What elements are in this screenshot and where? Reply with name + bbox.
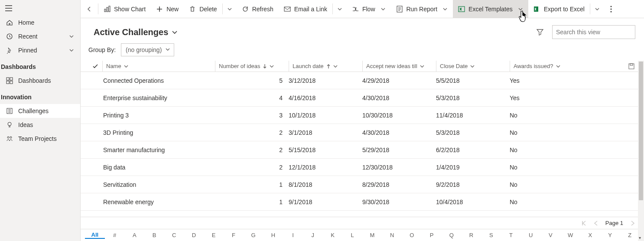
table-row[interactable]: Smarter manufacturing25/15/20185/29/2018…	[81, 141, 644, 159]
pager-prev[interactable]	[593, 221, 598, 226]
svg-point-17	[610, 8, 611, 10]
alpha-filter-r[interactable]: R	[462, 232, 481, 238]
table-row[interactable]: Enterprise sustainability44/16/20184/30/…	[81, 89, 644, 107]
show-chart-button[interactable]: Show Chart	[98, 0, 151, 18]
alpha-filter-f[interactable]: F	[224, 232, 244, 238]
back-button[interactable]	[81, 0, 98, 18]
column-header-accept[interactable]: Accept new ideas till	[362, 61, 436, 72]
export-dropdown[interactable]	[590, 0, 604, 18]
sidebar-item-label: Recent	[18, 33, 37, 40]
cell-num-ideas: 2	[215, 164, 289, 171]
alpha-filter-j[interactable]: J	[303, 232, 323, 238]
alpha-filter-x[interactable]: X	[580, 232, 600, 238]
sidebar-item-challenges[interactable]: Challenges	[0, 104, 80, 118]
table-row[interactable]: 3D Printing23/1/20184/30/20185/3/2018No	[81, 124, 644, 141]
filter-button[interactable]	[532, 26, 548, 38]
alpha-filter-v[interactable]: V	[541, 232, 561, 238]
svg-point-16	[610, 6, 611, 7]
alpha-filter-w[interactable]: W	[560, 232, 580, 238]
alpha-filter-c[interactable]: C	[164, 232, 184, 238]
alpha-filter-d[interactable]: D	[184, 232, 204, 238]
sidebar-item-ideas[interactable]: Ideas	[0, 118, 80, 132]
table-row[interactable]: Servitization18/1/20188/29/20189/2/2018N…	[81, 176, 644, 193]
email-link-button[interactable]: Email a Link	[279, 0, 332, 18]
table-row[interactable]: Connected Operations53/12/20184/29/20185…	[81, 72, 644, 89]
column-header-name[interactable]: Name	[102, 61, 215, 72]
lightbulb-icon	[6, 121, 13, 128]
cell-launch: 9/1/2018	[289, 199, 362, 205]
excel-templates-button[interactable]: Excel Templates	[453, 0, 528, 18]
overflow-menu[interactable]	[604, 0, 618, 18]
search-input[interactable]	[556, 29, 632, 36]
alpha-filter-y[interactable]: Y	[600, 232, 620, 238]
export-excel-button[interactable]: Export to Excel	[528, 0, 590, 18]
sidebar-item-dashboards[interactable]: Dashboards	[0, 74, 80, 88]
sidebar-item-recent[interactable]: Recent	[0, 29, 80, 43]
cell-num-ideas: 1	[215, 181, 289, 188]
cell-name: Connected Operations	[102, 77, 215, 84]
group-by-select[interactable]: (no grouping)	[121, 43, 174, 56]
pager-first[interactable]	[580, 221, 586, 226]
cell-close: 5/5/2018	[436, 77, 510, 84]
column-label: Launch date	[293, 63, 324, 69]
run-report-button[interactable]: Run Report	[391, 0, 453, 18]
table-row[interactable]: Big data212/1/201812/30/20181/4/2019No	[81, 159, 644, 176]
column-header-launch[interactable]: Launch date	[289, 61, 362, 72]
alpha-filter-k[interactable]: K	[323, 232, 343, 238]
checkmark-icon	[92, 63, 98, 69]
alpha-filter-e[interactable]: E	[204, 232, 224, 238]
select-all-checkbox[interactable]	[88, 63, 102, 69]
alpha-filter-all[interactable]: All	[85, 231, 105, 239]
cmd-label: Flow	[362, 6, 375, 13]
scrollbar-thumb[interactable]	[639, 62, 643, 200]
alpha-filter-s[interactable]: S	[481, 232, 501, 238]
alpha-filter-i[interactable]: I	[283, 232, 303, 238]
scroll-down-arrow[interactable]: ▾	[639, 235, 641, 240]
pager-next[interactable]	[630, 221, 635, 226]
cell-accept: 12/30/2018	[362, 164, 436, 171]
alpha-filter-g[interactable]: G	[244, 232, 263, 238]
alpha-filter-o[interactable]: O	[402, 232, 422, 238]
alpha-filter-h[interactable]: H	[263, 232, 283, 238]
cell-awards: No	[510, 181, 583, 188]
alpha-filter-a[interactable]: A	[124, 232, 144, 238]
alpha-filter-l[interactable]: L	[342, 232, 362, 238]
table-row[interactable]: Printing 3310/1/201810/30/201811/4/2018N…	[81, 107, 644, 124]
alpha-filter-p[interactable]: P	[422, 232, 442, 238]
sidebar-section-innovation: Innovation	[0, 88, 80, 104]
cmd-label: Email a Link	[294, 6, 327, 13]
sidebar-item-label: Home	[18, 19, 34, 26]
sidebar-item-home[interactable]: Home	[0, 16, 80, 29]
alpha-filter-n[interactable]: N	[382, 232, 402, 238]
delete-button[interactable]: Delete	[184, 0, 222, 18]
sidebar-item-team-projects[interactable]: Team Projects	[0, 132, 80, 146]
alpha-filter-m[interactable]: M	[362, 232, 382, 238]
table-row[interactable]: Renewable energy19/1/20189/30/201810/4/2…	[81, 193, 644, 211]
sidebar-item-label: Challenges	[18, 107, 49, 114]
search-box[interactable]	[552, 25, 635, 39]
alpha-filter-q[interactable]: Q	[442, 232, 462, 238]
sort-desc-icon	[263, 64, 267, 69]
column-header-num-ideas[interactable]: Number of ideas	[215, 61, 289, 72]
new-button[interactable]: New	[151, 0, 184, 18]
cmd-label: Export to Excel	[544, 6, 585, 13]
alpha-filter-z[interactable]: Z	[620, 232, 640, 238]
sidebar-item-pinned[interactable]: Pinned	[0, 43, 80, 57]
alpha-filter-u[interactable]: U	[521, 232, 541, 238]
column-header-awards[interactable]: Awards issued?	[510, 61, 583, 72]
column-header-close[interactable]: Close Date	[436, 61, 510, 72]
alpha-filter-t[interactable]: T	[501, 232, 521, 238]
dashboard-icon	[6, 77, 13, 84]
view-selector[interactable]: Active Challenges	[94, 27, 178, 37]
cell-close: 1/4/2019	[436, 164, 510, 171]
delete-dropdown[interactable]	[223, 0, 237, 18]
email-dropdown[interactable]	[333, 0, 347, 18]
cell-close: 9/2/2018	[436, 181, 510, 188]
hamburger-menu[interactable]	[0, 3, 80, 16]
scrollbar[interactable]: ▾	[638, 61, 644, 241]
alpha-filter-#[interactable]: #	[105, 232, 125, 238]
alpha-filter-b[interactable]: B	[144, 232, 164, 238]
flow-button[interactable]: Flow	[347, 0, 391, 18]
refresh-button[interactable]: Refresh	[237, 0, 279, 18]
cmd-label: New	[166, 6, 179, 13]
